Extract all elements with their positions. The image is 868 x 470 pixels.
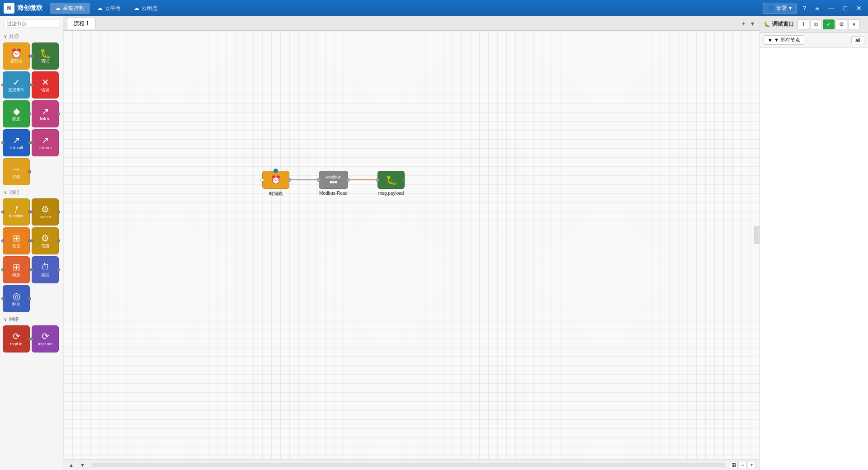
node-change[interactable]: ⊞ 改变 [3, 227, 30, 254]
node-mqtt-in[interactable]: ⟳ mqtt in [3, 325, 30, 352]
linkout-label: link out [39, 146, 52, 150]
function-port-left [1, 211, 5, 214]
node-timer[interactable]: ⏰ 定时器 [3, 42, 30, 70]
category-common[interactable]: ∨ 共通 [0, 31, 63, 41]
right-panel: 🐛 调试窗口 ℹ ⧉ ✓ ⚙ ▾ [760, 16, 868, 470]
collect-icon: ☁ [55, 5, 61, 11]
linkin-port-right [57, 113, 60, 116]
scroll-down-btn[interactable]: ▼ [78, 462, 87, 468]
help-btn[interactable]: ? [800, 3, 809, 14]
logo-icon: 海 [4, 3, 14, 14]
debug-port-left [30, 55, 33, 58]
scroll-up-btn[interactable]: ▲ [67, 462, 75, 468]
inject-label: 注程 [12, 174, 20, 179]
network-nodes: ⟳ mqtt in ⟳ mqtt out [0, 324, 63, 354]
modbus-node-box[interactable]: Modbus■■■ [319, 171, 348, 189]
chevron-down-icon: ∨ [4, 33, 7, 39]
flow-node-timer[interactable]: ⏰ 时间戳 [262, 171, 289, 197]
node-mqtt-out[interactable]: ⟳ mqtt out [32, 325, 59, 352]
node-complete[interactable]: ✓ 完成事件 [3, 71, 30, 99]
settings-tab[interactable]: ⚙ [835, 19, 847, 29]
complete-icon: ✓ [13, 78, 20, 87]
linkout-icon: ↗ [42, 136, 49, 145]
node-status[interactable]: ◆ 状态 [3, 100, 30, 127]
change-label: 改变 [12, 244, 20, 249]
filter-label: ▼ 所有节点 [774, 37, 800, 43]
error-icon: ✕ [42, 78, 49, 87]
bottom-bar: ▲ ▼ ⊞ − + [63, 459, 760, 470]
right-collapse-tab[interactable]: › [754, 226, 760, 244]
trigger-port-left [1, 297, 5, 301]
cloud-icon: ☁ [97, 5, 103, 11]
topbar-right: 👤部署▾ ?≡— □ ✕ [763, 3, 864, 14]
search-input[interactable] [4, 19, 59, 28]
canvas[interactable]: ⏰ 时间戳 Modbus■■■ Modbus-Read 🐛 [63, 31, 760, 470]
node-linkout[interactable]: ↗ link out [32, 129, 59, 156]
linkcall-port-left [1, 141, 5, 145]
node-inject[interactable]: → 注程 [3, 158, 30, 185]
category-network-label: 网络 [9, 316, 19, 323]
tab-bar: 流程 1 + ▾ [63, 16, 760, 31]
node-trigger[interactable]: ◎ 触发 [3, 285, 30, 312]
range-port-left [30, 240, 33, 243]
modbus-node-icon: Modbus■■■ [326, 175, 340, 185]
filter-nodes-btn[interactable]: ▼ ▼ 所有节点 [764, 35, 804, 45]
node-linkcall[interactable]: ↗ link call [3, 129, 30, 156]
check-icon: ✓ [826, 21, 831, 28]
nav-collect[interactable]: ☁ 采集控制 [50, 3, 90, 14]
window-close-btn[interactable]: ✕ [854, 3, 864, 14]
timer-node-icon: ⏰ [271, 175, 281, 185]
switch-icon: ⚙ [41, 205, 49, 214]
menu-btn[interactable]: ≡ [812, 3, 821, 14]
node-function[interactable]: ƒ function [3, 198, 30, 226]
right-panel-header: 🐛 调试窗口 ℹ ⧉ ✓ ⚙ ▾ [760, 16, 868, 33]
switch-port-right [57, 211, 60, 214]
filter-clear-btn[interactable]: all [851, 36, 864, 44]
node-template[interactable]: ⊞ 模版 [3, 256, 30, 283]
node-linkin[interactable]: ↗ link in [32, 100, 59, 127]
window-maximize-btn[interactable]: □ [841, 3, 850, 14]
node-range[interactable]: ⚙ 范围 [32, 227, 59, 254]
tab-flow1[interactable]: 流程 1 [67, 18, 96, 29]
debug-node-box[interactable]: 🐛 [377, 171, 405, 189]
tab-flow1-label: 流程 1 [74, 20, 89, 28]
more-tab[interactable]: ▾ [848, 19, 860, 29]
tab-dropdown-btn[interactable]: ▾ [749, 19, 756, 28]
nav-cloudstate[interactable]: ☁ 云组态 [128, 3, 163, 14]
flow-node-modbus[interactable]: Modbus■■■ Modbus-Read [319, 171, 348, 196]
topbar: 海 海创微联 ☁ 采集控制 ☁ 云平台 ☁ 云组态 👤部署▾ ?≡— □ ✕ [0, 0, 868, 16]
category-function[interactable]: ∨ 功能 [0, 187, 63, 197]
delay-port-right [57, 268, 60, 272]
add-tab-btn[interactable]: + [740, 19, 747, 28]
chevron-down-icon-2: ∨ [4, 189, 7, 195]
node-switch[interactable]: ⚙ switch [32, 198, 59, 226]
clear-tab[interactable]: ✓ [823, 19, 835, 29]
flow-node-debug[interactable]: 🐛 msg.payload [377, 171, 405, 196]
modbus-left-port [317, 178, 321, 182]
zoom-fit-btn[interactable]: ⊞ [730, 461, 738, 469]
user-btn[interactable]: 👤部署▾ [763, 3, 797, 14]
node-error[interactable]: ✕ 错误 [32, 71, 59, 99]
delay-port-left [30, 268, 33, 272]
info-tab[interactable]: ℹ [797, 19, 809, 29]
horizontal-scrollbar[interactable] [91, 463, 725, 467]
node-delay[interactable]: ⏱ 延迟 [32, 256, 59, 283]
main-layout: ∨ 共通 ⏰ 定时器 🐛 调试 ✓ 完成事件 ✕ [0, 16, 868, 470]
timer-node-box[interactable]: ⏰ [262, 171, 289, 189]
switch-label: switch [39, 215, 51, 220]
category-network[interactable]: ∨ 网络 [0, 314, 63, 324]
nav-collect-label: 采集控制 [63, 5, 85, 12]
modbus-right-port [346, 178, 350, 182]
sidebar: ∨ 共通 ⏰ 定时器 🐛 调试 ✓ 完成事件 ✕ [0, 16, 63, 470]
mqtt-in-label: mqtt in [10, 342, 22, 347]
debug-window-label: 调试窗口 [772, 20, 794, 28]
zoom-minus-btn[interactable]: − [739, 461, 747, 469]
error-port-left [30, 84, 33, 87]
clear-label: all [855, 38, 860, 43]
window-minimize-btn[interactable]: — [826, 3, 837, 14]
node-debug[interactable]: 🐛 调试 [32, 42, 59, 70]
zoom-plus-btn[interactable]: + [748, 461, 756, 469]
nav-cloud[interactable]: ☁ 云平台 [92, 3, 127, 14]
copy-tab[interactable]: ⧉ [810, 19, 822, 29]
inject-icon: → [12, 164, 21, 174]
